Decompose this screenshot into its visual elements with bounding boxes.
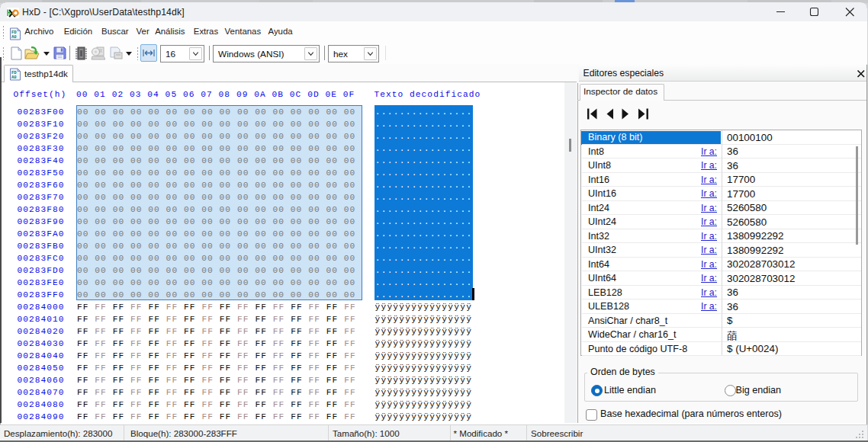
svg-text:A0: A0 [11,34,17,40]
svg-text:A0: A0 [11,75,17,80]
